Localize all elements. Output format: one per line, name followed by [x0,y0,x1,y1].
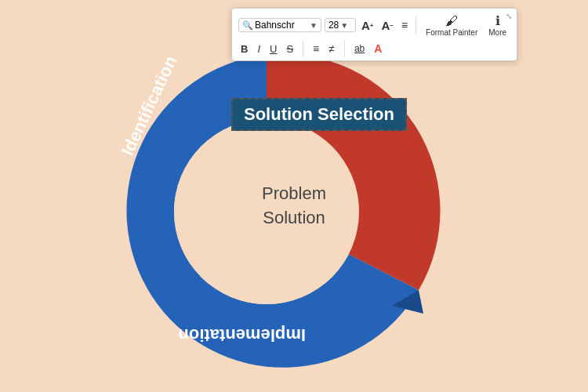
bullet-list-button[interactable]: ≠ [326,41,337,56]
implementation-label: Implementation [178,325,306,345]
grow-font-button[interactable]: A+ [359,17,376,34]
more-label: More [488,28,506,37]
center-line1: Problem [262,183,326,203]
toolbar-row1: 🔍 ▼ 28 ▼ A+ A− ≡ 🖌 Format Painter ℹ More [238,12,510,38]
font-selector[interactable]: 🔍 ▼ [238,18,321,32]
separator3 [344,40,345,57]
underline-text-button[interactable]: ab [352,42,367,56]
collapse-icon[interactable]: ⤡ [506,12,512,20]
underline-button[interactable]: U [267,42,279,56]
bold-button[interactable]: B [238,42,250,56]
diagram-container: Identification Implementation Problem So… [16,24,572,384]
caps-button[interactable]: A [372,41,384,56]
strikethrough-button[interactable]: S [284,42,296,56]
font-name-input[interactable] [255,20,310,31]
separator2 [303,40,303,57]
solution-selection-label: Solution Selection [244,104,394,124]
align-button[interactable]: ≡ [399,17,410,33]
format-painter-icon: 🖌 [445,14,458,28]
dropdown-arrow[interactable]: ▼ [310,21,318,30]
font-size-value: 28 [328,20,339,31]
floating-toolbar: ⤡ 🔍 ▼ 28 ▼ A+ A− ≡ 🖌 Format Painter ℹ Mo… [231,8,517,61]
font-size-arrow[interactable]: ▼ [340,21,348,30]
search-icon: 🔍 [242,20,253,31]
format-painter-label: Format Painter [426,28,477,37]
more-icon: ℹ [495,13,500,28]
solution-selection-box[interactable]: Solution Selection [231,98,407,131]
numbered-list-button[interactable]: ≡ [310,41,321,56]
font-size-box[interactable]: 28 ▼ [325,18,356,32]
center-line2: Solution [263,208,325,227]
shrink-font-button[interactable]: A− [379,17,396,34]
separator1 [416,16,416,34]
center-text: Problem Solution [262,182,326,230]
toolbar-row2: B I U S ≡ ≠ ab A [238,40,510,57]
italic-button[interactable]: I [255,42,263,56]
format-painter-button[interactable]: 🖌 Format Painter [422,13,481,38]
